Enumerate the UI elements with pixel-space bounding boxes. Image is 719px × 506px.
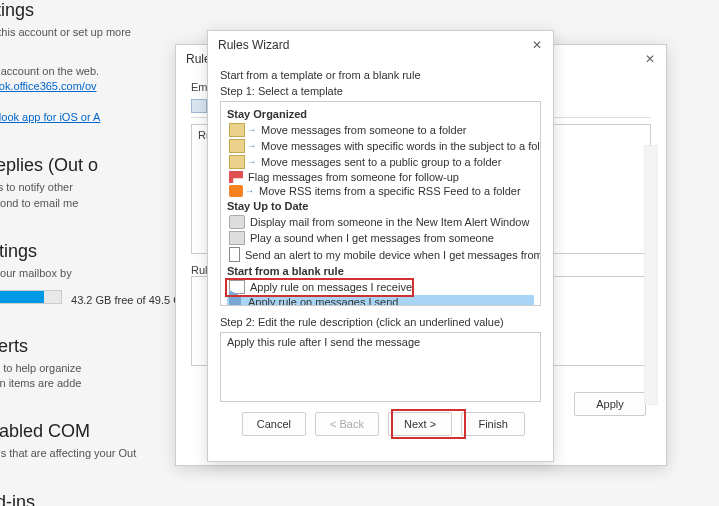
close-icon[interactable]: ✕ [640,49,660,69]
flag-icon [229,171,243,183]
wizard-step2-label: Step 2: Edit the rule description (click… [220,316,541,328]
template-option[interactable]: Flag messages from someone for follow-up [227,170,534,184]
rules-wizard-dialog: Rules Wizard ✕ Start from a template or … [207,30,554,462]
wizard-title: Rules Wizard [208,31,553,59]
next-button[interactable]: Next > [388,412,452,436]
wizard-step1-label: Step 1: Select a template [220,85,541,97]
template-option-receive[interactable]: Apply rule on messages I receive [227,279,534,295]
template-option[interactable]: Send an alert to my mobile device when I… [227,246,534,263]
folder-icon [229,139,245,153]
category-stay-organized: Stay Organized [227,108,534,120]
manage-addins-heading: anage Add-ins [0,492,640,506]
template-option[interactable]: Display mail from someone in the New Ite… [227,214,534,230]
close-icon[interactable]: ✕ [527,35,547,55]
template-option[interactable]: →Move RSS items from a specific RSS Feed… [227,184,534,198]
template-option-send[interactable]: Apply rule on messages I send [227,295,534,306]
folder-icon [229,123,245,137]
storage-bar [0,290,62,304]
folder-icon [229,155,245,169]
rss-icon [229,185,243,197]
template-option[interactable]: →Move messages sent to a public group to… [227,154,534,170]
template-option[interactable]: Play a sound when I get messages from so… [227,230,534,246]
sound-icon [229,231,245,245]
alert-icon [229,215,245,229]
storage-text: 43.2 GB free of 49.5 GB [71,294,189,306]
cancel-button[interactable]: Cancel [242,412,306,436]
category-stay-up-to-date: Stay Up to Date [227,200,534,212]
send-icon [229,296,243,306]
new-rule-icon [191,99,207,113]
mobile-icon [229,247,240,262]
rule-description-preview[interactable]: Apply this rule after I send the message [220,332,541,402]
finish-button[interactable]: Finish [461,412,525,436]
mobile-app-link[interactable]: Get the Outlook app for iOS or A [0,111,100,123]
account-settings-heading: count Settings [0,0,640,21]
wizard-intro: Start from a template or from a blank ru… [220,69,541,81]
category-blank-rule: Start from a blank rule [227,265,534,277]
back-button[interactable]: < Back [315,412,379,436]
owa-link[interactable]: https://outlook.office365.com/ov [0,80,97,92]
apply-button[interactable]: Apply [574,392,646,416]
template-option[interactable]: →Move messages from someone to a folder [227,122,534,138]
template-option[interactable]: →Move messages with specific words in th… [227,138,534,154]
scrollbar[interactable] [644,145,658,405]
template-list[interactable]: Stay Organized →Move messages from someo… [220,101,541,306]
